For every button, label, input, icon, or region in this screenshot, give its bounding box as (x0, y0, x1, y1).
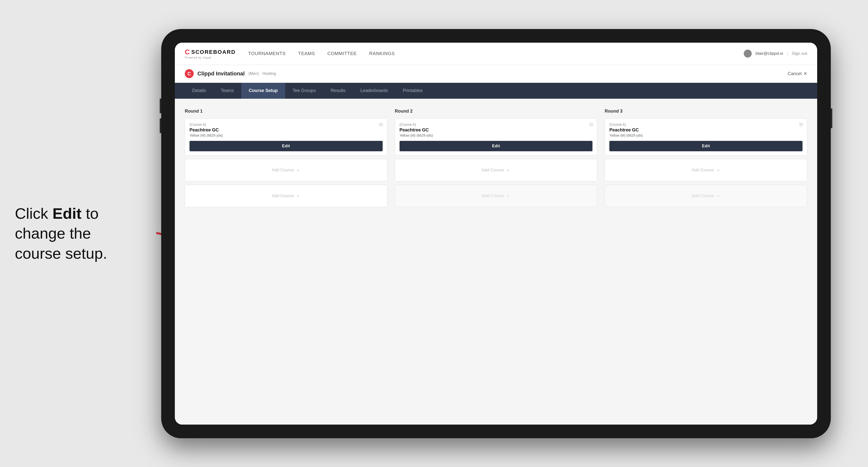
round-3-plus-icon-2: ＋ (716, 193, 720, 199)
round-3-course-name: Peachtree GC (609, 127, 803, 133)
tab-leaderboards[interactable]: Leaderboards (353, 83, 395, 99)
tablet-screen: C SCOREBOARD Powered by clippd TOURNAMEN… (175, 43, 817, 425)
round-2-plus-icon-2: ＋ (506, 193, 510, 199)
round-2-course-card: ⊟ (Course A) Peachtree GC Yellow (M) (66… (395, 118, 597, 156)
pipe-divider: | (787, 51, 788, 56)
round-2-delete-icon[interactable]: ⊟ (588, 122, 594, 127)
logo-c-letter: C (185, 48, 190, 56)
sub-nav: C Clippd Invitational (Men) Hosting Canc… (175, 65, 817, 83)
nav-rankings[interactable]: RANKINGS (369, 51, 395, 56)
round-1-plus-icon-2: ＋ (296, 193, 300, 199)
sign-out-link[interactable]: Sign out (792, 51, 807, 56)
tab-details[interactable]: Details (185, 83, 213, 99)
power-button (831, 108, 832, 128)
tabs-bar: Details Teams Course Setup Tee Groups Re… (175, 83, 817, 99)
round-1-title: Round 1 (185, 108, 388, 114)
tab-teams[interactable]: Teams (213, 83, 241, 99)
round-1-column: Round 1 ⊟ (Course A) Peachtree GC Yellow… (185, 108, 388, 211)
nav-right: blair@clippd.io | Sign out (744, 50, 807, 58)
rounds-container: Round 1 ⊟ (Course A) Peachtree GC Yellow… (185, 108, 807, 211)
round-2-title: Round 2 (395, 108, 597, 114)
round-3-course-card: ⊟ (Course A) Peachtree GC Yellow (M) (66… (604, 118, 807, 156)
round-2-add-course-label-2: Add Course ＋ (482, 193, 510, 199)
hosting-badge: Hosting (262, 71, 276, 76)
round-2-add-course-2: Add Course ＋ (395, 185, 597, 207)
volume-down-button (160, 118, 161, 133)
round-2-edit-button[interactable]: Edit (400, 141, 593, 151)
round-3-plus-icon-1: ＋ (716, 167, 720, 173)
tab-tee-groups[interactable]: Tee Groups (285, 83, 323, 99)
round-1-delete-icon[interactable]: ⊟ (378, 122, 384, 127)
tournament-logo: C (185, 69, 194, 78)
round-3-add-course-2: Add Course ＋ (604, 185, 807, 207)
gender-badge: (Men) (248, 71, 259, 76)
nav-links: TOURNAMENTS TEAMS COMMITTEE RANKINGS (248, 51, 744, 56)
volume-up-button (160, 98, 161, 113)
round-3-delete-icon[interactable]: ⊟ (798, 122, 804, 127)
round-3-title: Round 3 (604, 108, 807, 114)
round-2-course-name: Peachtree GC (400, 127, 593, 133)
content-area: Round 1 ⊟ (Course A) Peachtree GC Yellow… (175, 99, 817, 425)
round-1-course-name: Peachtree GC (189, 127, 383, 133)
round-1-add-course-label-2: Add Course ＋ (272, 193, 300, 199)
cancel-button[interactable]: Cancel ✕ (788, 71, 807, 76)
tablet-frame: C SCOREBOARD Powered by clippd TOURNAMEN… (161, 29, 831, 438)
round-1-course-label: (Course A) (189, 123, 383, 126)
round-3-add-course-1[interactable]: Add Course ＋ (604, 159, 807, 181)
round-3-add-course-label-1: Add Course ＋ (692, 167, 720, 173)
round-3-add-course-label-2: Add Course ＋ (692, 193, 720, 199)
tab-printables[interactable]: Printables (395, 83, 430, 99)
round-1-add-course-2[interactable]: Add Course ＋ (185, 185, 388, 207)
round-1-plus-icon-1: ＋ (296, 167, 300, 173)
round-3-edit-button[interactable]: Edit (609, 141, 803, 151)
round-3-course-details: Yellow (M) (6629 yds) (609, 133, 803, 137)
bold-edit: Edit (53, 205, 82, 222)
round-1-add-course-1[interactable]: Add Course ＋ (185, 159, 388, 181)
tournament-title: C Clippd Invitational (Men) Hosting (185, 69, 788, 78)
cancel-icon: ✕ (804, 71, 807, 76)
user-avatar (744, 50, 752, 58)
round-1-course-card: ⊟ (Course A) Peachtree GC Yellow (M) (66… (185, 118, 388, 156)
round-1-edit-button[interactable]: Edit (189, 141, 383, 151)
round-2-course-label: (Course A) (400, 123, 593, 126)
logo-sub: Powered by clippd (185, 56, 236, 59)
round-1-course-details: Yellow (M) (6629 yds) (189, 133, 383, 137)
tab-course-setup[interactable]: Course Setup (241, 83, 285, 99)
top-nav: C SCOREBOARD Powered by clippd TOURNAMEN… (175, 43, 817, 65)
round-3-course-label: (Course A) (609, 123, 803, 126)
instruction-text: Click Edit to change the course setup. (15, 204, 107, 263)
nav-teams[interactable]: TEAMS (298, 51, 315, 56)
round-2-course-details: Yellow (M) (6629 yds) (400, 133, 593, 137)
tournament-name: Clippd Invitational (197, 70, 245, 77)
logo-area: C SCOREBOARD Powered by clippd (185, 48, 236, 59)
round-3-column: Round 3 ⊟ (Course A) Peachtree GC Yellow… (604, 108, 807, 211)
tab-results[interactable]: Results (323, 83, 353, 99)
round-2-column: Round 2 ⊟ (Course A) Peachtree GC Yellow… (395, 108, 597, 211)
round-1-add-course-label-1: Add Course ＋ (272, 167, 300, 173)
user-email: blair@clippd.io (755, 51, 783, 56)
nav-tournaments[interactable]: TOURNAMENTS (248, 51, 286, 56)
nav-committee[interactable]: COMMITTEE (328, 51, 357, 56)
round-2-add-course-label-1: Add Course ＋ (482, 167, 510, 173)
round-2-plus-icon-1: ＋ (506, 167, 510, 173)
round-2-add-course-1[interactable]: Add Course ＋ (395, 159, 597, 181)
logo-scoreboard: SCOREBOARD (191, 49, 236, 55)
